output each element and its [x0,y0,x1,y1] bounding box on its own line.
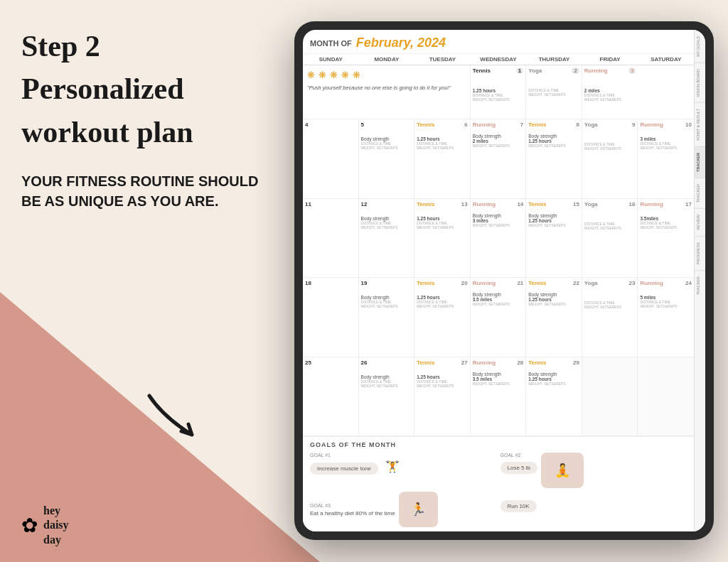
w5-wed: Running28 Body strength 3.5 miles WEIGHT… [471,357,527,436]
day-fri: FRIDAY [582,54,638,65]
runner-illustration: 🏃 [399,492,438,527]
day-headers: SUNDAY MONDAY TUESDAY WEDNESDAY THURSDAY… [303,54,694,65]
fitness-text: YOUR FITNESS ROUTINE SHOULDBE AS UNIQUE … [21,171,291,211]
w5-thu: Tennis29 Body strength 1.25 hours WEIGHT… [526,357,582,436]
month-label: MONTH OF [310,39,352,48]
w3-fri: Yoga16 DISTANCE & TIME WEIGHT, SETS&REPS [582,199,638,278]
month-header: MONTH OF February, 2024 [303,30,694,54]
day-mon: MONDAY [359,54,415,65]
w2-mon: 5 Body strength DISTANCE & TIME WEIGHT, … [359,119,415,198]
w4-thu: Tennis22 Body strength 1.25 hours WEIGHT… [526,278,582,357]
w4-fri: Yoga23 DISTANCE & TIME WEIGHT, SETS&REPS [582,278,638,357]
goal-4-container: Run 10K [500,492,687,512]
w2-sun: 4 [303,119,359,198]
motivational-quote: "Push yourself because no one else Is go… [307,84,466,92]
w5-mon: 26 Body strength DISTANCE & TIME WEIGHT,… [359,357,415,436]
w4-mon-detail: Body strength [361,295,412,300]
day-thu: THURSDAY [526,54,582,65]
w3-mon: 12 Body strength DISTANCE & TIME WEIGHT,… [359,199,415,278]
goals-title: GOALS OF THE MONTH [310,441,687,448]
w5-sat-empty [638,357,694,436]
w1-thu-metric: 1.25 hours [473,88,524,93]
w2-wed: Running7 Body strength 2 miles WEIGHT, S… [471,119,527,198]
tab-review[interactable]: REVIEW [695,208,705,236]
yoga-illustration: 🧘 [541,453,584,488]
step-subtitle: Personalized [21,71,291,107]
tab-tracker-1[interactable]: TRACKER [695,146,705,178]
week1-friday: Yoga2 DISTANCE & TIME WEIGHT, SETS&REPS [526,65,582,119]
goal-2-text: GOAL #2 Lose 5 lb [500,453,537,474]
w1-sat-metric: 2 miles [584,88,636,93]
week-row-3: 11 12 Body strength DISTANCE & TIME WEIG… [303,199,694,279]
flower-4-icon: ❋ [341,70,349,80]
w5-mon-detail: Body strength [361,374,412,379]
left-panel: Step 2 Personalized workout plan YOUR FI… [21,28,291,225]
step-title: Step 2 [21,28,291,64]
month-name: February, 2024 [356,36,446,50]
quote-cell: ❋ ❋ ❋ ❋ ❋ "Push yourself because no one … [303,65,471,119]
w3-mon-detail: Body strength [361,216,412,221]
goal-2-container: GOAL #2 Lose 5 lb 🧘 [500,453,687,488]
tab-progress[interactable]: PROGRESS [695,236,705,270]
goal-2-value: Lose 5 lb [500,462,537,474]
step-sub2: workout plan [21,114,291,150]
w3-sun: 11 [303,199,359,278]
goal-3-text: GOAL #3 Eat a healthy diet 80% of the ti… [310,503,395,517]
goal-2-label: GOAL #2 [500,453,537,458]
day-tue: TUESDAY [414,54,471,65]
arrow-icon [142,389,213,445]
cell-num-3: Running3 [584,67,636,74]
w2-sat: Running10 3 miles DISTANCE & TIME WEIGHT… [638,119,694,198]
goal-1-label: GOAL #1 [310,453,497,458]
w2-fri: Yoga9 DISTANCE & TIME WEIGHT, SETS&REPS [582,119,638,198]
goals-row-2: GOAL #3 Eat a healthy diet 80% of the ti… [310,492,687,527]
w4-sat: Running24 5 miles DISTANCE & TIME WEIGHT… [638,278,694,357]
tab-vision-board[interactable]: VISION BOARD [695,63,705,103]
day-wed: WEDNESDAY [471,54,527,65]
goal-3-label: GOAL #3 [310,503,395,508]
flower-icons: ❋ ❋ ❋ ❋ ❋ [307,70,466,80]
tab-my-goals[interactable]: MY GOALS [695,30,705,63]
w2-mon-detail: Body strength [361,136,412,141]
w1-sat-sets: WEIGHT, SETS&REPS [584,97,636,102]
w3-sat: Running17 3.5miles DISTANCE & TIME WEIGH… [638,199,694,278]
flower-3-icon: ❋ [330,70,338,80]
week-row-2: 4 5 Body strength DISTANCE & TIME WEIGHT… [303,119,694,199]
w4-mon: 19 Body strength DISTANCE & TIME WEIGHT,… [359,278,415,357]
w3-thu: Tennis15 Body strength 1.25 hours WEIGHT… [526,199,582,278]
w5-sun: 25 [303,357,359,436]
flower-1-icon: ❋ [307,70,315,80]
weeks-container: 4 5 Body strength DISTANCE & TIME WEIGHT… [303,119,694,436]
w3-wed: Running14 Body strength 3 miles WEIGHT, … [471,199,527,278]
tablet-device: MONTH OF February, 2024 SUNDAY MONDAY TU… [294,21,714,540]
logo: ✿ hey daisy day [21,504,69,548]
tab-point-result[interactable]: POINT & RESULT [695,102,705,146]
goals-section: GOALS OF THE MONTH GOAL #1 Increase musc… [303,436,694,531]
w5-tue: Tennis27 1.25 hours DISTANCE & TIME WEIG… [414,357,471,436]
dumbbell-icon: 🏋️ [385,460,400,472]
goal-3-value: Eat a healthy diet 80% of the time [310,510,395,517]
tablet-screen: MONTH OF February, 2024 SUNDAY MONDAY TU… [303,30,705,531]
arrow-container [142,389,213,448]
day-sun: SUNDAY [303,54,359,65]
week-row-5: 25 26 Body strength DISTANCE & TIME WEIG… [303,357,694,437]
w1-fri-sets: WEIGHT, SETS&REPS [528,92,579,97]
week1-thursday: Tennis1 1.25 hours DISTANCE & TIME WEIGH… [471,65,527,119]
w4-wed: Running21 Body strength 3.5 miles WEIGHT… [471,278,527,357]
goal-1-value: Increase muscle tone [310,463,378,475]
w4-tue: Tennis20 1.25 hours DISTANCE & TIME WEIG… [414,278,471,357]
goals-grid: GOAL #1 Increase muscle tone 🏋️ GOAL #2 … [310,453,687,488]
goal-1-container: GOAL #1 Increase muscle tone 🏋️ [310,453,497,475]
flower-5-icon: ❋ [353,70,360,80]
w3-tue: Tennis13 1.25 hours DISTANCE & TIME WEIG… [414,199,471,278]
day-sat: SATURDAY [638,54,694,65]
w1-thu-sets: WEIGHT, SETS&REPS [473,97,524,102]
sidebar-tabs: MY GOALS VISION BOARD POINT & RESULT TRA… [694,30,705,531]
cell-num-2: Yoga2 [528,67,579,74]
goal-4-value: Run 10K [500,500,537,512]
week-row-4: 18 19 Body strength DISTANCE & TIME WEIG… [303,278,694,357]
tab-tracker-3[interactable]: TRACKER [695,270,705,301]
goal-3-container: GOAL #3 Eat a healthy diet 80% of the ti… [310,492,497,527]
tab-tracker-2[interactable]: TRACKER [695,178,705,208]
w4-sun: 18 [303,278,359,357]
